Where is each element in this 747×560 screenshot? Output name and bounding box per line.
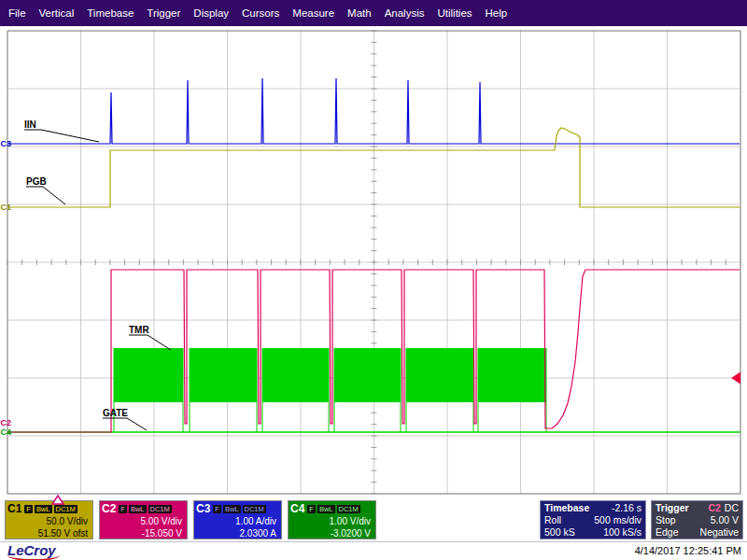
badge-dc1m: DC1M xyxy=(243,505,266,513)
badge-f: F xyxy=(24,505,33,513)
annotation-line-iin xyxy=(24,130,99,142)
trace-C4-TMR-burst xyxy=(190,348,257,402)
timebase-title: Timebase xyxy=(544,502,589,514)
menu-item-help[interactable]: Help xyxy=(479,0,514,26)
menubar: FileVerticalTimebaseTriggerDisplayCursor… xyxy=(0,0,747,26)
channel-marker-c1[interactable]: C1 xyxy=(1,203,12,212)
menu-item-utilities[interactable]: Utilities xyxy=(430,0,478,26)
menu-item-cursors[interactable]: Cursors xyxy=(235,0,286,26)
trigger-title: Trigger xyxy=(655,502,689,514)
channel-label-c1: C1 xyxy=(7,502,21,515)
menu-item-vertical[interactable]: Vertical xyxy=(33,0,81,26)
channel-descriptor-c1[interactable]: C1FBwLDC1M50.0 V/div51.50 V ofst xyxy=(5,500,93,539)
badge-f: F xyxy=(213,505,221,513)
timebase-samples: 500 kS xyxy=(544,526,575,539)
channel-c4-vdiv: 1.00 V/div xyxy=(290,515,374,527)
badge-bwl: BwL xyxy=(35,505,52,513)
channel-descriptor-c2[interactable]: C2FBwLDC1M5.00 V/div-15.050 V xyxy=(99,500,188,539)
trigger-source: C2 xyxy=(708,502,720,513)
channel-marker-c3[interactable]: C3 xyxy=(1,139,12,148)
menu-item-measure[interactable]: Measure xyxy=(286,0,341,26)
trace-C4-TMR-burst xyxy=(114,348,183,402)
timebase-value: -2.16 s xyxy=(612,502,641,514)
badge-bwl: BwL xyxy=(317,505,335,513)
channel-c3-vdiv: 1.00 A/div xyxy=(196,515,279,527)
timebase-panel[interactable]: Timebase -2.16 s Roll 500 ms/div 500 kS … xyxy=(540,500,646,539)
trigger-slope: Negative xyxy=(700,526,739,539)
menu-item-trigger[interactable]: Trigger xyxy=(140,0,187,26)
annotation-iin: IIN xyxy=(24,119,36,130)
badge-f: F xyxy=(307,505,316,513)
timebase-rate: 100 kS/s xyxy=(603,526,641,539)
trace-C4-TMR-burst xyxy=(334,348,401,402)
menu-item-display[interactable]: Display xyxy=(187,0,235,26)
badge-dc1m: DC1M xyxy=(54,505,78,513)
annotation-line-tmr xyxy=(129,335,171,350)
channel-marker-c2[interactable]: C2 xyxy=(1,418,12,427)
trigger-type: Edge xyxy=(655,526,679,539)
lecroy-logo: LeCroy xyxy=(7,542,56,559)
timebase-per-div: 500 ms/div xyxy=(594,514,641,526)
badge-bwl: BwL xyxy=(129,505,147,513)
badge-dc1m: DC1M xyxy=(148,505,172,513)
channel-label-c4: C4 xyxy=(290,502,304,515)
logo-swoosh xyxy=(7,555,60,560)
annotation-line-pgb xyxy=(26,187,65,204)
menu-item-math[interactable]: Math xyxy=(341,0,378,26)
channel-c2-offset: -15.050 V xyxy=(102,527,185,539)
trigger-level: 5.00 V xyxy=(711,514,739,526)
channel-descriptor-c4[interactable]: C4FBwLDC1M1.00 V/div-3.0200 V xyxy=(288,500,376,539)
channel-c4-offset: -3.0200 V xyxy=(290,527,374,539)
menu-item-timebase[interactable]: Timebase xyxy=(80,0,140,26)
trace-C2-GATE xyxy=(7,270,740,432)
trace-C4-TMR-burst xyxy=(478,348,546,402)
channel-label-c3: C3 xyxy=(196,502,210,515)
channel-c2-vdiv: 5.00 V/div xyxy=(102,515,185,527)
channel-marker-c4[interactable]: C4 xyxy=(1,427,12,437)
channel-descriptor-c3[interactable]: C3FBwLDC1M1.00 A/div2.0300 A xyxy=(193,500,282,539)
oscilloscope-screen: { "menu": { "items": ["File","Vertical",… xyxy=(0,0,747,560)
channel-c1-offset: 51.50 V ofst xyxy=(7,527,91,539)
badge-dc1m: DC1M xyxy=(337,505,360,513)
trace-C3-IIN xyxy=(7,78,740,144)
channel-c1-vdiv: 50.0 V/div xyxy=(7,515,91,527)
trigger-mode: Stop xyxy=(655,514,676,526)
trigger-coupling: DC xyxy=(725,502,739,513)
trace-C1-PGB xyxy=(7,128,740,207)
menu-item-analysis[interactable]: Analysis xyxy=(378,0,431,26)
annotation-gate: GATE xyxy=(103,408,128,418)
timebase-mode: Roll xyxy=(544,514,561,526)
timestamp: 4/14/2017 12:25:41 PM xyxy=(635,542,741,560)
annotation-line-gate xyxy=(103,418,147,430)
menu-item-file[interactable]: File xyxy=(2,0,33,26)
badge-f: F xyxy=(119,505,127,513)
descriptor-strip: C1FBwLDC1M50.0 V/div51.50 V ofstC2FBwLDC… xyxy=(0,495,747,541)
trace-C4-TMR-burst xyxy=(262,348,329,402)
annotation-tmr: TMR xyxy=(129,325,149,335)
trace-C4-TMR-burst xyxy=(406,348,473,402)
waveform-display: IINPGBTMRGATEC3C1C2C4 xyxy=(0,0,747,560)
channel-label-c2: C2 xyxy=(102,502,116,515)
footer: LeCroy 4/14/2017 12:25:41 PM xyxy=(0,541,747,560)
badge-bwl: BwL xyxy=(223,505,241,513)
channel-c3-offset: 2.0300 A xyxy=(196,527,279,539)
trigger-level-marker[interactable] xyxy=(731,372,740,385)
trigger-panel[interactable]: Trigger C2DC Stop 5.00 V Edge Negative xyxy=(651,500,743,539)
annotation-pgb: PGB xyxy=(26,176,47,187)
